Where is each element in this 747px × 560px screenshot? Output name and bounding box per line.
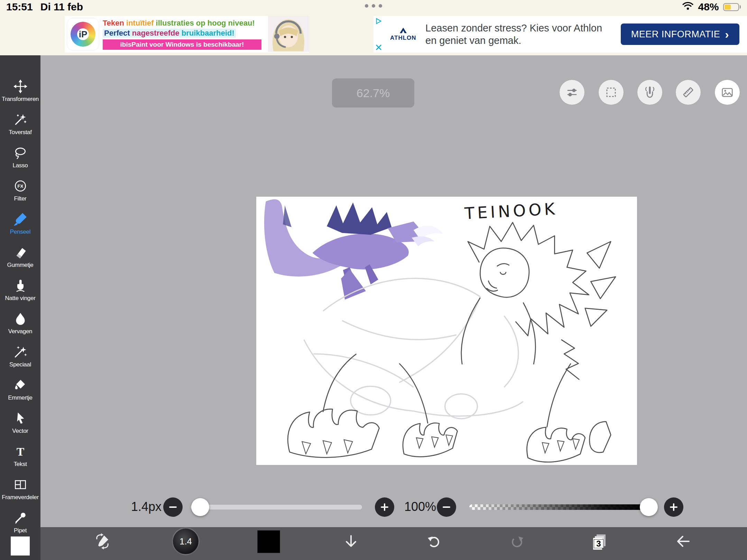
zoom-indicator: 62.7% — [332, 78, 414, 108]
logo-text: iP — [79, 29, 87, 40]
brush-size-slider-knob[interactable] — [191, 498, 209, 516]
undo-button[interactable] — [424, 532, 444, 551]
frame-divider-icon — [13, 477, 28, 492]
layers-count: 3 — [594, 539, 603, 548]
brush-size-preview[interactable]: 1.4 — [172, 528, 200, 555]
brush-size-preview-value: 1.4 — [179, 536, 192, 547]
sidebar-item-frameverdeler[interactable]: Frameverdeler — [0, 472, 40, 505]
sidebar-item-label: Tekst — [13, 461, 27, 468]
opacity-decrease-button[interactable] — [437, 497, 456, 517]
image-icon — [720, 85, 735, 100]
ad-line-3: ibisPaint voor Windows is beschikbaar! — [103, 39, 261, 50]
gesture-button[interactable] — [637, 80, 662, 105]
bottom-toolbar: 1.4 — [40, 527, 747, 560]
swap-brush-eraser-button[interactable] — [93, 532, 112, 551]
brush-icon — [13, 212, 28, 227]
opacity-increase-button[interactable] — [664, 497, 683, 517]
layers-button[interactable]: 3 — [590, 532, 609, 551]
sidebar-item-penseel[interactable]: Penseel — [0, 207, 40, 240]
sidebar-item-label: Speciaal — [9, 361, 31, 368]
text-icon: T — [13, 444, 28, 459]
opacity-value: 100% — [399, 500, 441, 514]
back-button[interactable] — [674, 532, 693, 551]
advertiser-name: ATHLON — [390, 35, 416, 41]
paper-color-swatch[interactable] — [11, 536, 30, 556]
ad-cta-button[interactable]: MEER INFORMATIE › — [621, 24, 739, 45]
ibispaint-app: 15:51 Di 11 feb 48% iP Te — [0, 0, 747, 560]
sidebar-item-tekst[interactable]: T Tekst — [0, 439, 40, 472]
vector-cursor-icon — [13, 411, 28, 426]
collapse-toolbar-button[interactable] — [341, 532, 361, 551]
sidebar-item-vervagen[interactable]: Vervagen — [0, 306, 40, 339]
color-swatch[interactable] — [257, 530, 280, 553]
svg-text:T: T — [16, 445, 24, 458]
swap-brush-eraser-icon — [93, 532, 112, 551]
opacity-slider[interactable] — [469, 504, 655, 510]
sidebar-item-label: Vector — [12, 428, 28, 435]
sidebar-item-label: Transformeren — [2, 96, 39, 103]
artwork: TEINOOK — [256, 197, 637, 465]
sidebar-item-gummetje[interactable]: Gummetje — [0, 240, 40, 273]
tool-sidebar: Transformeren Toverstaf Lasso — [0, 55, 40, 560]
selection-button[interactable] — [599, 80, 624, 105]
status-bar: 15:51 Di 11 feb 48% — [0, 0, 747, 14]
lasso-icon — [13, 145, 28, 160]
magic-wand-icon — [13, 112, 28, 127]
claws — [302, 435, 579, 454]
toggles-icon — [564, 85, 580, 100]
sidebar-item-toverstaf[interactable]: Toverstaf — [0, 107, 40, 140]
plus-icon — [379, 502, 390, 512]
dragon-painting — [264, 199, 443, 300]
brush-size-slider[interactable] — [191, 505, 362, 510]
canvas-workspace: 62.7% — [40, 55, 747, 527]
athlon-ad-banner[interactable]: ATHLON Leasen zonder stress? Kies voor A… — [374, 16, 747, 53]
sidebar-item-speciaal[interactable]: Speciaal — [0, 339, 40, 373]
redo-icon — [507, 532, 527, 551]
athlon-logo-icon: ATHLON — [390, 27, 416, 41]
bucket-icon — [13, 377, 28, 393]
ad-text-block: Teken intuïtief illustraties op hoog niv… — [103, 19, 268, 50]
quick-settings-button[interactable] — [560, 80, 584, 105]
sidebar-item-pipet[interactable]: Pipet — [0, 505, 40, 539]
ad-headline: Leasen zonder stress? Kies voor Athlon e… — [425, 22, 602, 47]
plus-icon — [668, 502, 679, 512]
sidebar-item-label: Natte vinger — [5, 295, 35, 302]
sidebar-item-natte-vinger[interactable]: Natte vinger — [0, 273, 40, 306]
canvas[interactable]: TEINOOK — [256, 197, 637, 465]
brush-size-value: 1.4px — [127, 500, 162, 514]
fx-icon: FX — [13, 178, 28, 194]
sidebar-item-lasso[interactable]: Lasso — [0, 140, 40, 174]
sidebar-item-label: Filter — [14, 195, 27, 202]
ruler-button[interactable] — [676, 80, 701, 105]
ibispaint-logo-icon: iP — [67, 18, 99, 50]
battery-icon — [723, 3, 741, 11]
redo-button[interactable] — [507, 532, 527, 551]
brush-size-decrease-button[interactable] — [163, 497, 183, 517]
ad-line-1: Teken intuïtief illustraties op hoog niv… — [103, 19, 268, 28]
blur-drop-icon — [13, 311, 28, 326]
sidebar-item-transformeren[interactable]: Transformeren — [0, 74, 40, 107]
close-ad-icon[interactable] — [376, 44, 382, 50]
sidebar-item-label: Penseel — [10, 228, 30, 235]
opacity-slider-knob[interactable] — [640, 498, 658, 516]
ad-model-image — [268, 16, 309, 53]
ibispaint-ad-banner[interactable]: iP Teken intuïtief illustraties op hoog … — [65, 16, 309, 53]
sidebar-item-label: Toverstaf — [9, 129, 31, 136]
sidebar-item-emmertje[interactable]: Emmertje — [0, 373, 40, 406]
sidebar-item-vector[interactable]: Vector — [0, 406, 40, 439]
back-arrow-icon — [674, 532, 693, 551]
sidebar-item-filter[interactable]: FX Filter — [0, 174, 40, 207]
special-wand-icon — [13, 344, 28, 360]
sidebar-item-label: Emmertje — [8, 394, 32, 401]
clock: 15:51 — [6, 1, 33, 13]
sidebar-item-label: Gummetje — [7, 262, 33, 269]
sidebar-item-label: Vervagen — [8, 328, 32, 335]
sidebar-item-label: Pipet — [14, 527, 27, 534]
sidebar-item-label: Lasso — [13, 162, 28, 169]
eraser-icon — [13, 245, 28, 260]
battery-percent: 48% — [698, 1, 719, 13]
materials-button[interactable] — [715, 80, 740, 105]
brush-size-increase-button[interactable] — [375, 497, 394, 517]
adchoices-icon[interactable] — [375, 17, 382, 25]
wifi-icon — [682, 1, 694, 13]
